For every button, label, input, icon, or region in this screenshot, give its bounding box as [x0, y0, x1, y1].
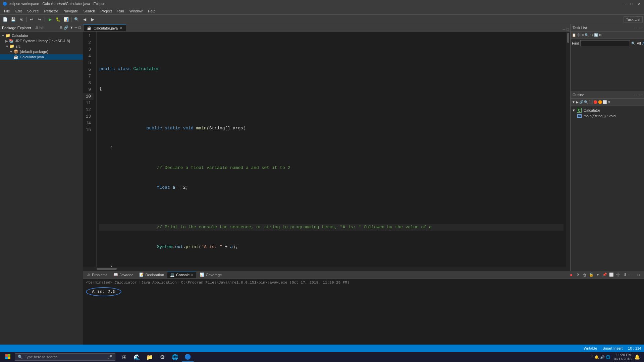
- task-toolbar-btn-5[interactable]: ↑: [589, 33, 591, 37]
- coverage-button[interactable]: 📊: [62, 16, 70, 23]
- redo-button[interactable]: ↪: [36, 16, 43, 23]
- maximize-panel-button[interactable]: □: [78, 25, 81, 30]
- outline-item-calculator[interactable]: ▼ C Calculator: [572, 107, 643, 113]
- menu-help[interactable]: Help: [145, 8, 158, 14]
- menu-navigate[interactable]: Navigate: [61, 8, 80, 14]
- tree-item-default-package[interactable]: ▼ 📦 (default package): [0, 49, 83, 54]
- tree-item-jre[interactable]: ▶ 📚 JRE System Library [JavaSE-1.8]: [0, 38, 83, 44]
- tab-javadoc[interactable]: 📖 Javadoc: [111, 272, 136, 278]
- package-explorer-tab[interactable]: Package Explorer: [2, 26, 31, 30]
- outline-tb-1[interactable]: ▼: [572, 100, 575, 104]
- editor-h-scrollbar[interactable]: [83, 267, 570, 271]
- close-button[interactable]: ✕: [637, 1, 641, 6]
- minimize-panel-button[interactable]: ─: [75, 25, 77, 30]
- junit-tab[interactable]: JUnit: [35, 26, 44, 30]
- tree-item-calculator-java[interactable]: ☕ Calculator.java: [0, 54, 83, 60]
- open-console-button[interactable]: ⬜: [608, 272, 614, 278]
- back-button[interactable]: ◀: [81, 16, 88, 23]
- tab-close-button[interactable]: ✕: [120, 26, 122, 30]
- minimize-button[interactable]: ─: [622, 1, 627, 6]
- new-button[interactable]: 📄: [1, 16, 9, 23]
- menu-file[interactable]: File: [1, 8, 13, 14]
- tree-item-src[interactable]: ▼ 📁 src: [0, 44, 83, 49]
- task-toolbar-btn-2[interactable]: ➕: [577, 33, 581, 37]
- clear-console-button[interactable]: 🗑: [582, 272, 588, 278]
- all-button[interactable]: All: [637, 41, 641, 45]
- title-bar-right[interactable]: ─ □ ✕: [622, 1, 641, 6]
- scrollbar-thumb[interactable]: [567, 33, 569, 43]
- outline-tb-2[interactable]: ▶: [576, 100, 579, 104]
- task-list-controls[interactable]: ─ □: [636, 26, 642, 30]
- maximize-button[interactable]: □: [629, 1, 634, 6]
- run-button[interactable]: ▶: [46, 16, 54, 23]
- outline-tb-5[interactable]: ⬛: [589, 100, 593, 104]
- outline-tb-6[interactable]: 🔴: [593, 100, 597, 104]
- menu-run[interactable]: Run: [115, 8, 127, 14]
- menu-source[interactable]: Source: [24, 8, 42, 14]
- settings-button[interactable]: ⚙: [156, 352, 168, 362]
- task-list-minimize[interactable]: ─: [636, 26, 639, 30]
- find-search-icon[interactable]: 🔍: [631, 42, 635, 45]
- find-input[interactable]: [580, 40, 630, 46]
- tab-coverage[interactable]: 📊 Coverage: [197, 272, 224, 278]
- collapse-all-button[interactable]: ⊟: [59, 25, 62, 30]
- search-button[interactable]: 🔍: [73, 16, 80, 23]
- taskbar-search[interactable]: 🔍 Type here to search 🎤: [15, 353, 115, 361]
- menu-project[interactable]: Project: [98, 8, 114, 14]
- task-toolbar-btn-3[interactable]: ✕: [581, 33, 584, 37]
- word-wrap-button[interactable]: ↵: [595, 272, 601, 278]
- outline-maximize[interactable]: □: [640, 93, 642, 97]
- outline-minimize[interactable]: ─: [636, 93, 639, 97]
- remove-launch-button[interactable]: ✕: [575, 272, 581, 278]
- task-toolbar-btn-7[interactable]: 🔄: [594, 33, 598, 37]
- new-console-button[interactable]: ➕: [615, 272, 621, 278]
- debug-button[interactable]: 🐛: [54, 16, 62, 23]
- menu-search[interactable]: Search: [81, 8, 98, 14]
- file-explorer-button[interactable]: 📁: [144, 352, 156, 362]
- outline-tb-3[interactable]: 🔗: [579, 100, 583, 104]
- tab-problems[interactable]: ⚠ Problems: [85, 272, 110, 278]
- h-scrollbar-thumb[interactable]: [97, 268, 117, 270]
- edge-button[interactable]: 🌊: [131, 352, 143, 362]
- code-content[interactable]: public class Calculator { public static …: [97, 32, 566, 267]
- task-toolbar-btn-8[interactable]: ⚙: [599, 33, 602, 37]
- editor-tab-calculator[interactable]: ☕ Calculator.java ✕: [83, 24, 126, 31]
- undo-button[interactable]: ↩: [28, 16, 35, 23]
- outline-tb-8[interactable]: ⬜: [603, 100, 607, 104]
- console-opts-button[interactable]: ⬇: [622, 272, 628, 278]
- console-tab-close[interactable]: ✕: [191, 273, 194, 277]
- outline-item-main[interactable]: m main(String[]) : void: [572, 113, 643, 119]
- quick-access-button[interactable]: Task List: [624, 16, 643, 22]
- menu-window[interactable]: Window: [127, 8, 145, 14]
- task-toolbar-btn-4[interactable]: 🔍: [585, 33, 589, 37]
- outline-tb-4[interactable]: 🔍: [584, 100, 588, 104]
- print-button[interactable]: 🖨: [17, 16, 25, 23]
- save-button[interactable]: 💾: [9, 16, 17, 23]
- menu-refactor[interactable]: Refactor: [42, 8, 61, 14]
- link-editor-button[interactable]: 🔗: [64, 25, 68, 30]
- forward-button[interactable]: ▶: [89, 16, 96, 23]
- stop-button[interactable]: ■: [568, 272, 574, 278]
- notification-icon[interactable]: 🔔: [634, 354, 640, 360]
- console-maximize[interactable]: □: [635, 272, 641, 278]
- menu-edit[interactable]: Edit: [13, 8, 24, 14]
- outline-controls[interactable]: ─ □: [636, 93, 642, 97]
- outline-tb-9[interactable]: ⚙: [607, 100, 610, 104]
- task-view-button[interactable]: ⊞: [118, 352, 130, 362]
- scroll-lock-button[interactable]: 🔒: [588, 272, 594, 278]
- eclipse-taskbar-button[interactable]: 🔵: [182, 352, 194, 362]
- outline-tb-7[interactable]: 🟠: [598, 100, 602, 104]
- activate-button[interactable]: Activate...: [642, 41, 644, 45]
- editor-scrollbar[interactable]: [566, 32, 570, 267]
- code-editor[interactable]: 1 2 3 4 5 6 7 8 9 10 11 12 13 14: [83, 32, 570, 267]
- view-menu-button[interactable]: ▼: [70, 25, 73, 30]
- task-list-maximize[interactable]: □: [640, 26, 642, 30]
- tree-item-calculator[interactable]: ▼ 📁 Calculator: [0, 33, 83, 38]
- tab-declaration[interactable]: 📝 Declaration: [137, 272, 167, 278]
- start-button[interactable]: [1, 352, 15, 362]
- minimize-editor-button[interactable]: ─: [563, 27, 566, 31]
- chrome-button[interactable]: 🌐: [169, 352, 181, 362]
- package-explorer-controls[interactable]: ⊟ 🔗 ▼ ─ □: [59, 25, 81, 30]
- maximize-editor-button[interactable]: □: [567, 27, 569, 31]
- task-toolbar-btn-6[interactable]: ↓: [592, 33, 593, 37]
